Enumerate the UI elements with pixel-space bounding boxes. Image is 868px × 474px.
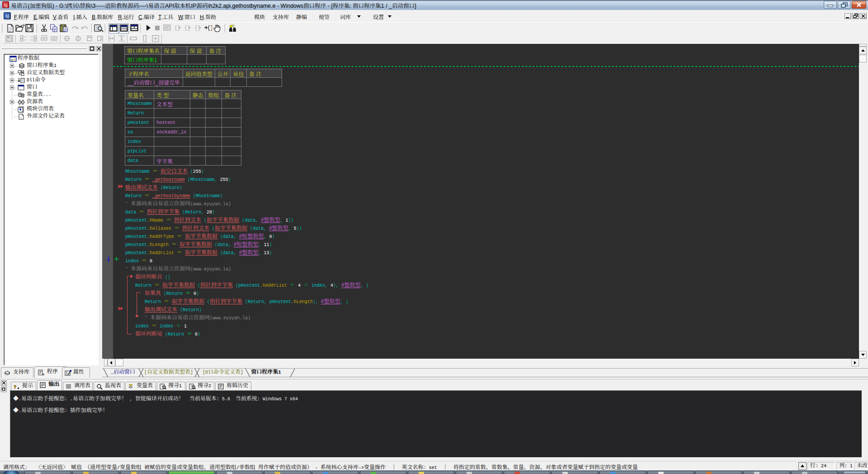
svg-text:e: e — [11, 57, 13, 62]
svg-text:?: ? — [14, 384, 17, 389]
svg-text:{}: {} — [207, 25, 212, 31]
